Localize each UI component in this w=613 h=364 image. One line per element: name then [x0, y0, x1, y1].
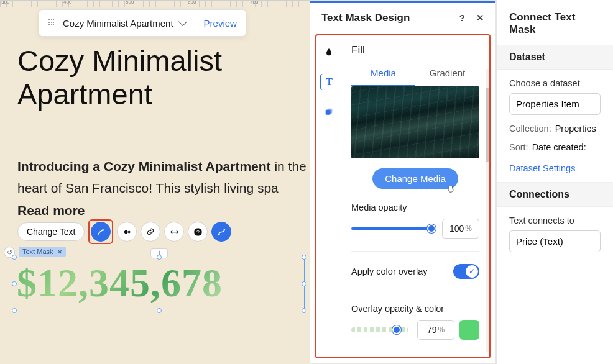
apply-overlay-label: Apply color overlay: [351, 266, 428, 276]
resize-handle[interactable]: [302, 281, 306, 286]
active-tool-highlight: [88, 219, 113, 244]
svg-point-3: [218, 234, 220, 235]
ruler-mark: 700: [250, 0, 258, 5]
resize-handle[interactable]: [302, 255, 306, 260]
text-tab-icon[interactable]: T: [320, 74, 336, 90]
panel-content: Fill Media Gradient Change Media Media o…: [341, 35, 489, 357]
ruler-mark: 300: [1, 0, 9, 5]
fill-section-title: Fill: [351, 44, 479, 57]
overlay-opacity-slider[interactable]: [351, 327, 408, 332]
page-name: Cozy Minimalist Apartment: [63, 18, 173, 29]
chevron-down-icon: [178, 17, 187, 26]
price-text: $12,345,678: [14, 257, 304, 309]
help-icon[interactable]: ?: [188, 222, 208, 242]
ruler-mark: 400: [63, 0, 71, 5]
read-more-text[interactable]: Read more: [17, 203, 85, 218]
panel-header: Text Mask Design ? ✕: [310, 3, 495, 33]
overlay-color-swatch[interactable]: [459, 320, 479, 340]
scrollbar-thumb[interactable]: [486, 88, 489, 162]
collection-value: Properties: [555, 124, 596, 134]
panel-title: Text Mask Design: [321, 12, 410, 24]
data-connect-icon[interactable]: [211, 222, 231, 242]
sort-key: Sort:: [509, 142, 528, 152]
drag-grip-icon[interactable]: [48, 19, 54, 27]
ruler-mark: 600: [188, 0, 196, 5]
toggle-knob: ✓: [466, 265, 478, 278]
svg-point-0: [102, 229, 104, 231]
media-opacity-slider[interactable]: [351, 227, 433, 230]
ruler-mark: 500: [126, 0, 134, 5]
text-connects-select[interactable]: [509, 230, 601, 252]
element-tag[interactable]: Text Mask ✕: [19, 247, 66, 257]
svg-text:?: ?: [196, 229, 200, 235]
text-mask-design-panel: Text Mask Design ? ✕ T Fill Media Gradie…: [310, 0, 496, 364]
dataset-select[interactable]: [509, 93, 601, 115]
dataset-settings-link[interactable]: Dataset Settings: [509, 163, 601, 173]
svg-point-4: [223, 229, 225, 230]
tab-media[interactable]: Media: [351, 63, 415, 86]
fill-tab-icon[interactable]: [321, 44, 337, 60]
svg-rect-6: [327, 109, 332, 114]
design-icon[interactable]: [91, 222, 111, 242]
fill-subtabs: Media Gradient: [351, 63, 479, 86]
sort-value: Date created:: [532, 142, 586, 152]
element-toolbar: Change Text ?: [17, 219, 231, 244]
page-toolbar: Cozy Minimalist Apartment Preview: [39, 9, 246, 37]
overlay-opacity-label: Overlay opacity & color: [351, 304, 479, 314]
resize-handle[interactable]: [157, 308, 162, 313]
connect-panel-title: Connect Text Mask: [497, 0, 613, 45]
resize-handle[interactable]: [157, 255, 162, 260]
tab-gradient[interactable]: Gradient: [415, 63, 479, 86]
collection-key: Collection:: [509, 124, 551, 134]
highlighted-region: T Fill Media Gradient Change Media Media…: [315, 34, 491, 358]
media-opacity-label: Media opacity: [351, 202, 479, 212]
overlay-opacity-input[interactable]: 79%: [417, 320, 454, 340]
apply-overlay-toggle[interactable]: ✓: [453, 264, 479, 279]
panel-scrollbar[interactable]: [486, 69, 489, 352]
connections-section-head: Connections: [497, 182, 613, 207]
panel-side-tabs: T: [316, 35, 341, 357]
text-mask-element[interactable]: ⭳ $12,345,678: [14, 257, 305, 311]
preview-link[interactable]: Preview: [204, 18, 237, 29]
layers-tab-icon[interactable]: [321, 104, 337, 120]
text-connects-label: Text connects to: [509, 216, 601, 225]
divider: [195, 16, 195, 30]
stretch-icon[interactable]: [164, 222, 184, 242]
animation-icon[interactable]: [117, 222, 137, 242]
page-headline[interactable]: Cozy Minimalist Apartment: [17, 44, 222, 111]
slider-knob[interactable]: [392, 325, 401, 334]
cursor-icon: [446, 184, 456, 198]
body-paragraph[interactable]: Introducing a Cozy Minimalist Apartment …: [17, 156, 310, 199]
dataset-section-head: Dataset: [497, 45, 613, 70]
media-opacity-input[interactable]: 100%: [442, 219, 479, 239]
resize-handle[interactable]: [12, 308, 17, 313]
resize-handle[interactable]: [12, 281, 17, 286]
close-icon[interactable]: ✕: [476, 12, 484, 24]
editor-canvas: 300 400 500 600 700 Cozy Minimalist Apar…: [0, 0, 310, 364]
slider-knob[interactable]: [427, 224, 436, 233]
help-icon[interactable]: ?: [459, 12, 465, 24]
choose-dataset-label: Choose a dataset: [509, 78, 601, 88]
link-icon[interactable]: [141, 222, 160, 242]
resize-handle[interactable]: [302, 308, 306, 313]
media-preview[interactable]: [351, 86, 479, 158]
connect-panel: Connect Text Mask Dataset Choose a datas…: [496, 0, 613, 364]
horizontal-ruler: 300 400 500 600 700: [0, 0, 310, 7]
resize-handle[interactable]: [12, 255, 17, 260]
page-selector[interactable]: Cozy Minimalist Apartment: [63, 18, 186, 29]
change-text-button[interactable]: Change Text: [17, 222, 85, 241]
remove-tag-icon[interactable]: ✕: [57, 248, 62, 255]
